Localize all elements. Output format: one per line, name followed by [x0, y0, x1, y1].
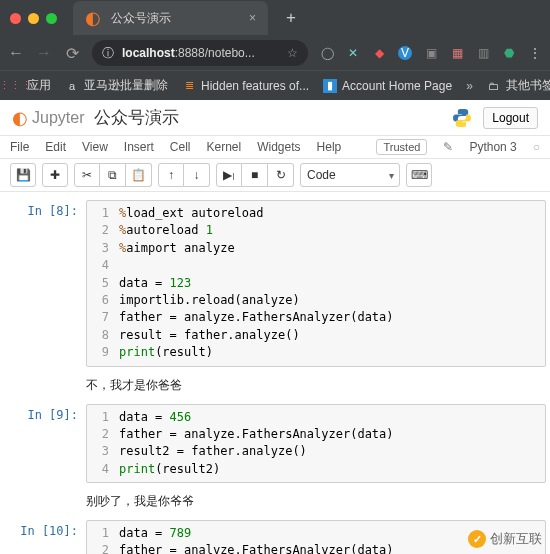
code-editor[interactable]: 1%load_ext autoreload 2%autoreload 1 3%a…: [86, 200, 546, 367]
input-prompt: In [10]:: [4, 520, 86, 554]
cut-button[interactable]: ✂: [74, 163, 100, 187]
browser-chrome: ◐ 公众号演示 × + ← → ⟳ ⓘ localhost:8888/noteb…: [0, 0, 550, 100]
maximize-window-button[interactable]: [46, 13, 57, 24]
close-tab-icon[interactable]: ×: [249, 11, 256, 25]
other-bookmarks[interactable]: 🗀其他书签: [487, 77, 550, 94]
window-controls: [10, 13, 57, 24]
ext-box1-icon[interactable]: ▣: [424, 46, 438, 60]
reload-icon[interactable]: ⟳: [64, 44, 80, 63]
edit-icon[interactable]: ✎: [443, 140, 453, 154]
url-text: localhost:8888/notebo...: [122, 46, 279, 60]
menu-file[interactable]: File: [10, 140, 29, 154]
info-icon[interactable]: ⓘ: [102, 45, 114, 62]
command-palette-button[interactable]: ⌨: [406, 163, 432, 187]
run-button[interactable]: ▶|: [216, 163, 242, 187]
paste-button[interactable]: 📋: [126, 163, 152, 187]
forward-icon[interactable]: →: [36, 44, 52, 62]
code-editor[interactable]: 1data = 456 2father = analyze.FathersAna…: [86, 404, 546, 484]
trusted-badge[interactable]: Trusted: [376, 139, 427, 155]
move-up-button[interactable]: ↑: [158, 163, 184, 187]
jupyter-favicon: ◐: [85, 7, 101, 29]
restart-button[interactable]: ↻: [268, 163, 294, 187]
add-cell-button[interactable]: ✚: [42, 163, 68, 187]
menu-kernel[interactable]: Kernel: [207, 140, 242, 154]
folder-icon: 🗀: [487, 79, 501, 93]
bookmarks-more[interactable]: »: [466, 79, 473, 93]
code-cell[interactable]: In [10]: 1data = 789 2father = analyze.F…: [4, 520, 546, 554]
so-icon: ≣: [182, 79, 196, 93]
cell-type-select[interactable]: Code: [300, 163, 400, 187]
new-tab-button[interactable]: +: [286, 8, 296, 28]
cell-output: 别吵了，我是你爷爷: [86, 493, 546, 510]
ext-badge-icon[interactable]: ◆: [372, 46, 386, 60]
notebook-title[interactable]: 公众号演示: [94, 106, 179, 129]
apps-icon: ⋮⋮⋮: [8, 79, 22, 93]
address-bar: ← → ⟳ ⓘ localhost:8888/notebo... ☆ ◯ ✕ ◆…: [0, 36, 550, 70]
amazon-icon: a: [65, 79, 79, 93]
logout-button[interactable]: Logout: [483, 107, 538, 129]
tab-title: 公众号演示: [111, 10, 171, 27]
save-button[interactable]: 💾: [10, 163, 36, 187]
ext-x-icon[interactable]: ✕: [346, 46, 360, 60]
menu-help[interactable]: Help: [317, 140, 342, 154]
copy-button[interactable]: ⧉: [100, 163, 126, 187]
page-icon: ▮: [323, 79, 337, 93]
jupyter-logo-icon: ◐: [12, 107, 28, 129]
menu-widgets[interactable]: Widgets: [257, 140, 300, 154]
menubar: File Edit View Insert Cell Kernel Widget…: [0, 136, 550, 159]
ext-v-icon[interactable]: V: [398, 46, 412, 60]
ext-shield-icon[interactable]: ⬣: [502, 46, 516, 60]
kernel-status-icon: ○: [533, 140, 540, 154]
ext-circle-icon[interactable]: ◯: [320, 46, 334, 60]
input-prompt: In [8]:: [4, 200, 86, 367]
toolbar: 💾 ✚ ✂ ⧉ 📋 ↑ ↓ ▶| ■ ↻ Code ⌨: [0, 159, 550, 192]
input-prompt: In [9]:: [4, 404, 86, 484]
ext-box3-icon[interactable]: ▥: [476, 46, 490, 60]
kernel-name[interactable]: Python 3: [469, 140, 516, 154]
cell-output: 不，我才是你爸爸: [86, 377, 546, 394]
menu-edit[interactable]: Edit: [45, 140, 66, 154]
menu-cell[interactable]: Cell: [170, 140, 191, 154]
code-cell[interactable]: In [9]: 1data = 456 2father = analyze.Fa…: [4, 404, 546, 484]
bookmark-2[interactable]: ≣Hidden features of...: [182, 79, 309, 93]
url-field[interactable]: ⓘ localhost:8888/notebo... ☆: [92, 40, 308, 66]
browser-tab[interactable]: ◐ 公众号演示 ×: [73, 1, 268, 35]
jupyter-header: ◐Jupyter 公众号演示 Logout: [0, 100, 550, 136]
star-icon[interactable]: ☆: [287, 46, 298, 60]
minimize-window-button[interactable]: [28, 13, 39, 24]
ext-box2-icon[interactable]: ▦: [450, 46, 464, 60]
extensions: ◯ ✕ ◆ V ▣ ▦ ▥ ⬣ ⋮: [320, 46, 542, 60]
bookmarks-bar: ⋮⋮⋮应用 a亚马逊批量删除 ≣Hidden features of... ▮A…: [0, 70, 550, 100]
stop-button[interactable]: ■: [242, 163, 268, 187]
watermark-icon: ✓: [468, 530, 486, 548]
menu-icon[interactable]: ⋮: [528, 46, 542, 60]
bookmark-3[interactable]: ▮Account Home Page: [323, 79, 452, 93]
menu-view[interactable]: View: [82, 140, 108, 154]
notebook-area: In [8]: 1%load_ext autoreload 2%autorelo…: [0, 192, 550, 554]
move-down-button[interactable]: ↓: [184, 163, 210, 187]
bookmark-1[interactable]: a亚马逊批量删除: [65, 77, 168, 94]
code-cell[interactable]: In [8]: 1%load_ext autoreload 2%autorelo…: [4, 200, 546, 367]
jupyter-logo[interactable]: ◐Jupyter: [12, 107, 84, 129]
titlebar: ◐ 公众号演示 × +: [0, 0, 550, 36]
python-icon: [451, 107, 473, 129]
apps-button[interactable]: ⋮⋮⋮应用: [8, 77, 51, 94]
menu-insert[interactable]: Insert: [124, 140, 154, 154]
watermark: ✓ 创新互联: [468, 530, 542, 548]
back-icon[interactable]: ←: [8, 44, 24, 62]
close-window-button[interactable]: [10, 13, 21, 24]
